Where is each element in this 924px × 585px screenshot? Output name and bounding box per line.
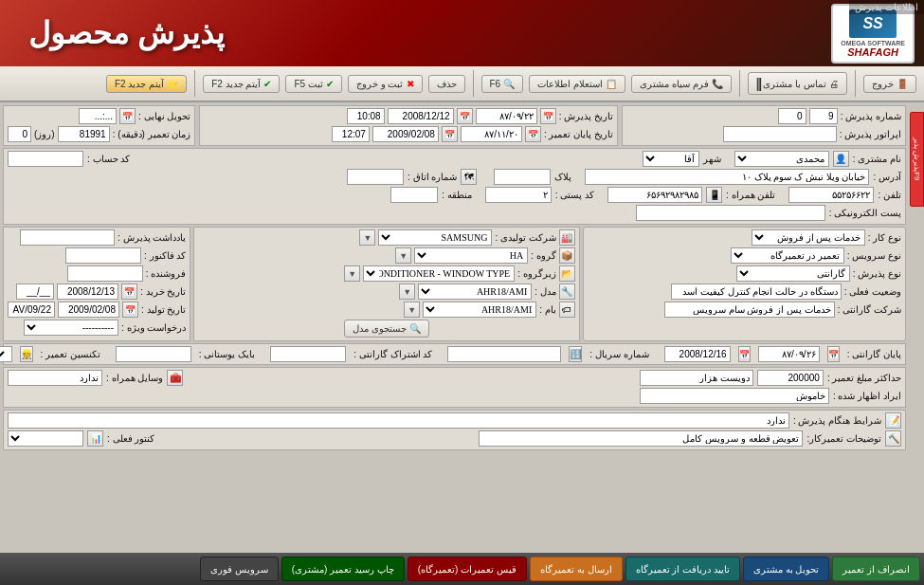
- account-input[interactable]: [8, 151, 83, 167]
- region-input[interactable]: [390, 187, 438, 203]
- new-button[interactable]: ⭐ آیتم جدید F2: [106, 75, 187, 93]
- model-cal[interactable]: ▼: [399, 283, 415, 300]
- mobile-icon[interactable]: 📱: [706, 187, 722, 203]
- delivery-time-input[interactable]: [79, 108, 117, 124]
- repair-date-cal[interactable]: 📅: [525, 126, 541, 142]
- warranty-sub-input[interactable]: [270, 346, 346, 362]
- warranty-cal2[interactable]: 📅: [738, 346, 751, 362]
- customer-search-icon[interactable]: 👤: [833, 151, 849, 167]
- amount-text-input[interactable]: [640, 370, 753, 386]
- exit-button[interactable]: 🚪 خروج: [863, 75, 916, 93]
- note-input[interactable]: [20, 229, 115, 246]
- series-cal[interactable]: ▼: [404, 302, 420, 318]
- receipt-number-input2[interactable]: [778, 108, 806, 124]
- conditions-icon[interactable]: 📝: [885, 412, 901, 429]
- delete-button[interactable]: ✖ ثبت و خروج: [348, 75, 423, 93]
- mobile-input[interactable]: [607, 187, 702, 203]
- inquiry-button[interactable]: 🔍 F6: [481, 75, 524, 93]
- express-button[interactable]: سرویس فوری: [200, 557, 279, 581]
- email-input[interactable]: [636, 205, 825, 221]
- repair-days-input[interactable]: [8, 126, 31, 142]
- postal-input[interactable]: [485, 187, 552, 203]
- series-dropdown[interactable]: AHR18/AMI: [423, 302, 536, 318]
- f6-button[interactable]: حذف: [428, 75, 465, 93]
- receipt-date-input2[interactable]: [388, 108, 454, 124]
- customer-name-dropdown[interactable]: محمدی: [734, 151, 829, 167]
- register-exit-button[interactable]: ✔ ثبت F5: [285, 75, 341, 93]
- invoicer-input[interactable]: [723, 126, 837, 142]
- manufacture-date-input2[interactable]: [8, 302, 55, 318]
- defects-input[interactable]: [640, 388, 829, 404]
- plate-input[interactable]: [494, 169, 551, 185]
- purchase-date-input1[interactable]: [57, 283, 118, 300]
- register-button[interactable]: ✔ آیتم جدید F2: [203, 75, 280, 93]
- counter-dropdown[interactable]: [8, 430, 83, 447]
- receipt-date-cal[interactable]: 📅: [540, 108, 556, 124]
- side-tab[interactable]: F9پذیرش پذیر: [910, 112, 924, 207]
- subgroup-icon[interactable]: 📂: [559, 265, 575, 282]
- warranty-date-input1[interactable]: [758, 346, 820, 362]
- manufacture-date-cal[interactable]: 📅: [122, 302, 138, 318]
- serial-input[interactable]: [447, 346, 561, 362]
- send-repair-button[interactable]: ارسال به تعمیرگاه: [530, 557, 623, 581]
- repair-date-input2[interactable]: [372, 126, 439, 142]
- purchase-date-cal[interactable]: 📅: [121, 283, 137, 300]
- phone-input[interactable]: [788, 187, 874, 203]
- sold-input[interactable]: [67, 265, 143, 282]
- receipt-time-input[interactable]: [347, 108, 385, 124]
- blacklist-button[interactable]: 📋 استعلام اطلاعات: [529, 75, 625, 93]
- group-dropdown[interactable]: HA: [414, 247, 528, 264]
- receipt-date-cal2[interactable]: 📅: [457, 108, 473, 124]
- room-input[interactable]: [347, 169, 404, 185]
- conditions-input[interactable]: [8, 412, 789, 429]
- brand-dropdown[interactable]: SAMSUNG: [378, 229, 492, 246]
- map-icon[interactable]: 🗺: [461, 169, 477, 185]
- repair-time-input[interactable]: [332, 126, 370, 142]
- deliver-customer-button[interactable]: تحویل به مشتری: [743, 557, 830, 581]
- repair-details-input[interactable]: [479, 430, 803, 447]
- status-input[interactable]: [671, 283, 842, 300]
- model-icon[interactable]: 🔧: [559, 283, 575, 300]
- technician-icon[interactable]: 👷: [20, 346, 33, 362]
- city-dropdown[interactable]: آقا: [643, 151, 699, 167]
- brand-cal[interactable]: ▼: [359, 229, 375, 246]
- manufacture-date-input1[interactable]: [58, 302, 119, 318]
- model-dropdown[interactable]: AHR18/AMI: [418, 283, 532, 300]
- technician-dropdown[interactable]: [0, 346, 12, 362]
- service-type-dropdown[interactable]: تعمیر در تعمیرگاه: [731, 247, 844, 264]
- repair-time-val[interactable]: [58, 126, 110, 142]
- delivery-cal[interactable]: 📅: [119, 108, 136, 124]
- receipt-number-input1[interactable]: [809, 108, 838, 124]
- company-input[interactable]: [664, 302, 835, 318]
- series-icon[interactable]: 🏷: [559, 302, 575, 318]
- special-request-dropdown[interactable]: ----------: [24, 320, 118, 336]
- purchase-date-input2[interactable]: [16, 283, 54, 300]
- receipt-date-input1[interactable]: [476, 108, 537, 124]
- brand-icon[interactable]: 🏭: [559, 229, 575, 246]
- accessories-input[interactable]: [8, 370, 102, 386]
- amount-input[interactable]: [757, 370, 824, 386]
- subgroup-dropdown[interactable]: AIR CONDITIONER - WINDOW TYPE: [363, 265, 515, 282]
- group-cal[interactable]: ▼: [395, 247, 411, 264]
- repair-date-input1[interactable]: [461, 126, 522, 142]
- subgroup-cal[interactable]: ▼: [344, 265, 360, 282]
- print-barcode-button[interactable]: 🖨 تماس با مشتری |||: [748, 72, 847, 95]
- bank-input[interactable]: [116, 346, 191, 362]
- estimate-button[interactable]: قیس تعمیرات (تعمیرگاه): [408, 557, 527, 581]
- repair-details-icon[interactable]: 🔨: [885, 430, 901, 447]
- counter-icon[interactable]: 📊: [87, 430, 103, 447]
- model-search-button[interactable]: 🔍 جستجوی مدل: [344, 320, 429, 338]
- cancel-repair-button[interactable]: انصراف از تعمیر: [832, 557, 920, 581]
- contact-button[interactable]: 📞 فرم سیاه مشتری: [631, 75, 732, 93]
- warranty-cal1[interactable]: 📅: [827, 346, 840, 362]
- confirm-repair-button[interactable]: تایید دریافت از تعمیرگاه: [625, 557, 740, 581]
- address-input[interactable]: [585, 169, 869, 185]
- print-receipt-button[interactable]: چاپ رسید تعمیر (مشتری): [281, 557, 405, 581]
- serial-icon[interactable]: 🔢: [569, 346, 582, 362]
- warranty-date-input2[interactable]: [664, 346, 731, 362]
- receipt-type-dropdown[interactable]: گارانتی: [736, 265, 850, 282]
- repair-date-cal2[interactable]: 📅: [442, 126, 458, 142]
- factor-input[interactable]: [65, 247, 141, 264]
- group-icon[interactable]: 📦: [559, 247, 575, 264]
- accessories-icon[interactable]: 🧰: [167, 370, 183, 386]
